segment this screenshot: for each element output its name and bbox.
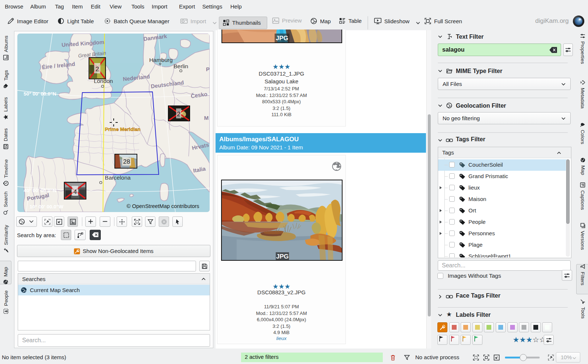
svg-text:© OpenStreetMap contributors: © OpenStreetMap contributors [127, 203, 199, 209]
svg-text:10° 00' 00.0"W: 10° 00' 00.0"W [30, 204, 63, 209]
svg-text:JPG: JPG [276, 35, 288, 42]
svg-text:Berlin: Berlin [173, 63, 188, 69]
svg-text:28: 28 [123, 158, 130, 165]
svg-text:4: 4 [73, 188, 77, 195]
svg-text:JPG: JPG [276, 253, 289, 260]
svg-text:Hamburg: Hamburg [149, 57, 173, 63]
svg-text:40° 00' 00.0"N: 40° 00' 00.0"N [24, 188, 56, 193]
svg-text:2: 2 [177, 111, 180, 118]
svg-text:P: P [206, 66, 210, 72]
svg-text:2: 2 [96, 66, 99, 73]
svg-text:Barcelona: Barcelona [105, 174, 131, 181]
svg-text:Prime Meridian: Prime Meridian [105, 126, 141, 132]
svg-text:M: M [204, 115, 209, 121]
svg-text:50° 00' 00.0"N: 50° 00' 00.0"N [24, 91, 56, 97]
